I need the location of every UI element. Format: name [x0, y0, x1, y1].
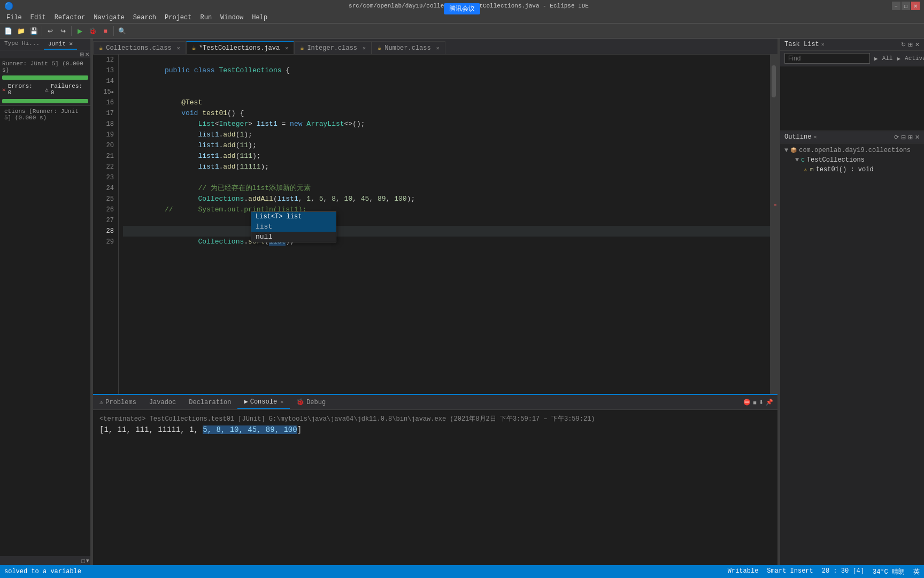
task-layout-btn[interactable]: ⊞	[908, 41, 913, 48]
task-list-title: Task List	[784, 41, 819, 48]
code-content[interactable]: public class TestCollections { @Test voi…	[119, 55, 770, 394]
tencent-meeting-btn[interactable]: 腾讯会议	[444, 3, 480, 14]
editor-area: ☕ Collections.class ✕ ☕ *TestCollections…	[93, 39, 777, 565]
console-highlight: 5, 8, 10, 45, 89, 100	[203, 425, 297, 434]
close-btn[interactable]: ✕	[911, 2, 920, 10]
tab-close-integer[interactable]: ✕	[363, 45, 366, 51]
code-line-14	[123, 76, 770, 87]
line-num-15: 15●	[93, 87, 114, 97]
console-output-line: [1, 11, 111, 11111, 1, 5, 8, 10, 45, 89,…	[99, 425, 771, 434]
outline-package[interactable]: ▼ 📦 com.openlab.day19.collections	[782, 146, 922, 155]
left-panel: Type Hi... JUnit ✕ ⊞ ✕ Runner: JUnit 5] …	[0, 39, 91, 565]
line-num-16: 16	[93, 97, 114, 108]
task-separator: ▶	[897, 55, 900, 62]
outline-collapse-btn[interactable]: ⊟	[901, 134, 906, 141]
code-line-12: public class TestCollections {	[123, 55, 770, 65]
outline-layout-btn[interactable]: ⊞	[908, 134, 913, 141]
tab-integer-class[interactable]: ☕ Integer.class ✕	[294, 41, 372, 54]
toolbar-search[interactable]: 🔍	[116, 25, 128, 37]
outline-header: Outline ✕ ⟳ ⊟ ⊞ ✕	[780, 131, 924, 143]
insert-label: Smart Insert	[767, 567, 813, 576]
tab-icon-number: ☕	[378, 44, 381, 52]
toolbar-run[interactable]: ▶	[74, 25, 86, 37]
left-panel-btn2[interactable]: ▾	[86, 557, 89, 564]
console-terminated-text: <terminated> TestCollections.test01 [JUn…	[99, 414, 771, 423]
code-editor[interactable]: 12 13 14 15● 16 17 18 19 20 21 22 23 24 …	[93, 55, 777, 394]
error-marker	[774, 204, 776, 206]
toolbar-new[interactable]: 📄	[2, 25, 14, 37]
menu-window[interactable]: Window	[216, 13, 248, 22]
task-search-input[interactable]	[784, 53, 870, 64]
toolbar-redo[interactable]: ↪	[57, 25, 69, 37]
toolbar-sep-1	[42, 26, 42, 36]
outline-method[interactable]: ⚠ m test01() : void	[802, 165, 922, 174]
menu-help[interactable]: Help	[248, 13, 272, 22]
tab-testcollections[interactable]: ☕ *TestCollections.java ✕	[186, 41, 295, 54]
status-bar: solved to a variable Writable Smart Inse…	[0, 565, 924, 578]
outline-section: Outline ✕ ⟳ ⊟ ⊞ ✕ ▼ 📦 com.openlab.day19.…	[780, 131, 924, 565]
toolbar-debug[interactable]: 🐞	[87, 25, 98, 37]
line-num-29: 29	[93, 237, 114, 247]
autocomplete-popup[interactable]: List<T> list list null	[251, 211, 336, 242]
junit-tab[interactable]: JUnit ✕	[44, 39, 77, 50]
bottom-tab-javadoc[interactable]: Javadoc	[143, 397, 182, 408]
task-activate-label[interactable]: Activate...	[905, 55, 924, 62]
outline-title: Outline	[784, 133, 811, 141]
console-pin-btn[interactable]: 📌	[766, 399, 773, 406]
bottom-tab-debug[interactable]: 🐞 Debug	[290, 396, 332, 408]
console-clear-btn[interactable]: ⛔	[743, 399, 751, 406]
task-refresh-btn[interactable]: ↻	[901, 41, 906, 48]
method-name: test01() : void	[816, 166, 874, 173]
vertical-scrollbar[interactable]	[770, 55, 777, 394]
outline-sync-btn[interactable]: ⟳	[894, 134, 899, 141]
warning-icon: ⚠	[804, 166, 807, 173]
left-panel-btn1[interactable]: □	[81, 557, 85, 564]
scroll-thumb[interactable]	[772, 65, 776, 97]
tab-close-number[interactable]: ✕	[436, 45, 440, 51]
autocomplete-item-list[interactable]: list	[251, 222, 336, 232]
task-list-controls: ↻ ⊞ ✕	[901, 41, 920, 48]
task-all-label[interactable]: All	[882, 55, 893, 62]
tab-number-class[interactable]: ☕ Number.class ✕	[372, 41, 445, 54]
actions-label: ctions [Runner: JUnit 5] (0.000 s)	[0, 106, 90, 123]
left-panel-close-btn[interactable]: ✕	[85, 51, 89, 57]
toolbar-stop[interactable]: ■	[99, 25, 111, 37]
temp-label: 34°C 晴朗	[873, 567, 905, 576]
task-list-header: Task List ✕ ↻ ⊞ ✕	[780, 39, 924, 51]
menu-file[interactable]: File	[2, 13, 26, 22]
line-num-28: 28	[93, 226, 114, 237]
class-expand-icon: ▼	[795, 156, 799, 164]
task-close-btn[interactable]: ✕	[915, 41, 920, 48]
menu-refactor[interactable]: Refactor	[50, 13, 90, 22]
tab-close-test[interactable]: ✕	[285, 45, 288, 51]
autocomplete-item-null[interactable]: null	[251, 232, 336, 242]
task-search-bar: ▶ All ▶ Activate...	[780, 51, 924, 66]
line-num-14: 14	[93, 76, 114, 87]
console-scroll-btn[interactable]: ⬇	[759, 399, 764, 406]
outline-tab-id: ✕	[813, 134, 817, 140]
left-panel-layout-btn[interactable]: ⊞	[80, 51, 84, 57]
maximize-btn[interactable]: □	[902, 2, 910, 10]
menu-navigate[interactable]: Navigate	[89, 13, 129, 22]
menu-search[interactable]: Search	[129, 13, 160, 22]
outline-class[interactable]: ▼ C TestCollections	[793, 155, 922, 165]
toolbar-undo[interactable]: ↩	[44, 25, 56, 37]
autocomplete-header: List<T> list	[251, 212, 336, 222]
minimize-btn[interactable]: −	[892, 2, 900, 10]
console-stop-btn[interactable]: ■	[753, 399, 757, 406]
bottom-tab-console[interactable]: ▶ Console ✕	[237, 396, 290, 409]
bottom-tab-problems[interactable]: ⚠ Problems	[93, 396, 143, 408]
bottom-tab-declaration[interactable]: Declaration	[182, 397, 237, 408]
tab-close-collections[interactable]: ✕	[177, 45, 180, 51]
outline-close-btn[interactable]: ✕	[915, 134, 920, 141]
toolbar-save[interactable]: 💾	[28, 25, 40, 37]
package-expand-icon: ▼	[784, 147, 788, 154]
tab-collections-class[interactable]: ☕ Collections.class ✕	[93, 41, 186, 54]
console-tab-id: ✕	[280, 399, 283, 405]
toolbar-open[interactable]: 📁	[15, 25, 27, 37]
menu-project[interactable]: Project	[160, 13, 196, 22]
menu-edit[interactable]: Edit	[26, 13, 50, 22]
outline-controls: ⟳ ⊟ ⊞ ✕	[894, 134, 920, 141]
type-hierarchy-tab[interactable]: Type Hi...	[0, 39, 44, 50]
menu-run[interactable]: Run	[196, 13, 216, 22]
